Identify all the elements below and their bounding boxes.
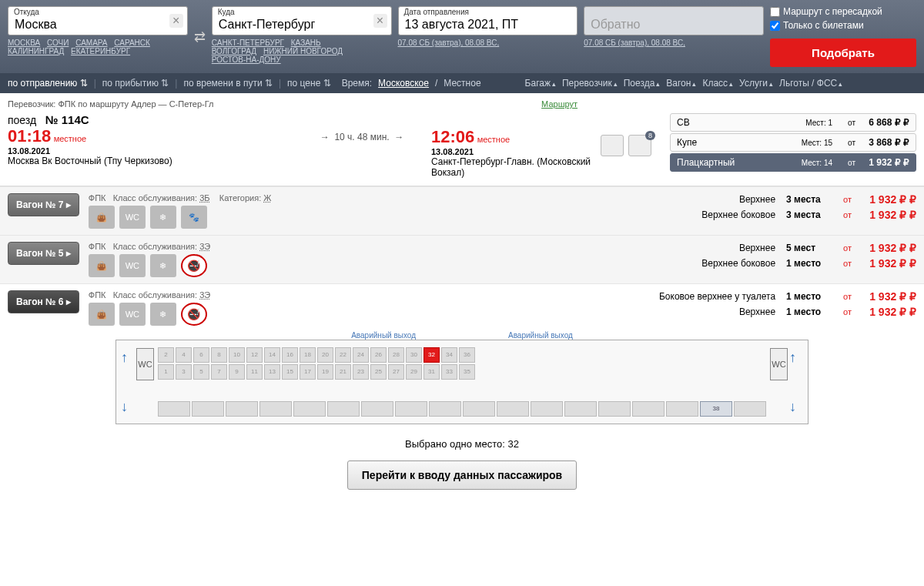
seat[interactable]: 4 [176,347,192,363]
seat[interactable] [259,401,292,417]
class-kupe[interactable]: Купе Мест: 15 от 3 868 ₽ [670,133,916,152]
seat[interactable] [361,401,393,417]
seat[interactable] [497,401,529,417]
search-button[interactable]: Подобрать [770,39,916,67]
seat[interactable]: 23 [353,364,369,380]
seat[interactable] [598,401,631,417]
bag-icon: 👜 [89,206,115,229]
seat[interactable]: 9 [229,364,245,380]
clear-to-icon[interactable]: × [373,14,387,28]
wagon-select-button[interactable]: Вагон № 7 ▸ [8,193,79,216]
seat[interactable]: 27 [388,364,404,380]
seat[interactable]: 22 [335,347,351,363]
arrival-date: 13.08.2021 [431,147,593,156]
seat[interactable]: 34 [441,347,457,363]
seat[interactable]: 2 [158,347,174,363]
seat[interactable] [734,401,766,417]
class-platzkart[interactable]: Плацкартный Мест: 14 от 1 932 ₽ [670,153,916,172]
seat[interactable]: 13 [264,364,280,380]
sort-price[interactable]: по цене ⇅ [287,78,331,89]
sort-duration[interactable]: по времени в пути ⇅ [183,78,273,89]
sort-departure[interactable]: по отправлению ⇅ [8,78,88,89]
seat[interactable]: 26 [370,347,387,363]
to-label: Куда [218,8,235,16]
filter-benefits[interactable]: Льготы / ФСС [779,78,842,89]
baggage-icon [601,135,624,156]
seat[interactable] [395,401,427,417]
seat[interactable]: 35 [459,364,475,380]
seat[interactable]: 17 [300,364,316,380]
seat[interactable] [666,401,698,417]
time-moscow[interactable]: Московское [378,78,429,89]
wagon-select-button[interactable]: Вагон № 6 ▸ [8,290,79,313]
seat[interactable]: 8 [211,347,227,363]
seat[interactable]: 1 [158,364,174,380]
seat[interactable] [463,401,495,417]
swap-icon[interactable]: ⇄ [194,28,206,45]
seat[interactable]: 14 [264,347,280,363]
seat[interactable] [564,401,597,417]
proceed-button[interactable]: Перейти к вводу данных пассажиров [347,460,577,490]
seat[interactable]: 25 [370,364,387,380]
filter-trains[interactable]: Поезда [624,78,661,89]
seat[interactable]: 16 [282,347,298,363]
seat[interactable] [327,401,360,417]
date-suggestions[interactable]: 07.08 СБ (завтра), 08.08 ВС, [398,39,578,47]
time-local[interactable]: Местное [444,78,480,89]
sort-arrival[interactable]: по прибытию ⇅ [102,78,169,89]
seat[interactable] [531,401,563,417]
seat[interactable]: 15 [282,364,298,380]
arrow-up-icon: ↑ [121,350,135,365]
filter-class[interactable]: Класс [702,78,733,89]
wagon-block: Вагон № 7 ▸ ФПК Класс обслуживания: 3Б К… [0,186,924,235]
seat[interactable] [429,401,461,417]
seat[interactable] [226,401,258,417]
seat[interactable]: 5 [193,364,209,380]
seat[interactable] [293,401,326,417]
seat[interactable]: 10 [229,347,245,363]
seat[interactable]: 7 [211,364,227,380]
seat[interactable]: 33 [441,364,457,380]
seat[interactable]: 19 [317,364,333,380]
seat[interactable]: 6 [193,347,209,363]
filter-services[interactable]: Услуги [739,78,773,89]
seat[interactable]: 30 [406,347,422,363]
class-sv[interactable]: СВ Мест: 1 от 6 868 ₽ [670,113,916,132]
seat[interactable]: 31 [424,364,440,380]
WC-icon: WC [119,254,146,277]
return-suggestions[interactable]: 07.08 СБ (завтра), 08.08 ВС, [584,39,764,47]
seat[interactable]: 12 [246,347,263,363]
carrier-route: Перевозчик: ФПК по маршруту Адлер — С-Пе… [8,99,214,109]
clear-from-icon[interactable]: × [169,14,183,28]
wagon-select-button[interactable]: Вагон № 5 ▸ [8,242,79,265]
no-smoking-icon: 🚭 [181,303,207,326]
return-input[interactable] [584,6,764,35]
filter-carrier[interactable]: Перевозчик [562,78,618,89]
filter-baggage[interactable]: Багаж [525,78,556,89]
seat[interactable]: 11 [246,364,263,380]
seat[interactable]: 29 [406,364,422,380]
arrival-station: Санкт-Петербург-Главн. (Московский Вокза… [431,156,593,178]
route-link[interactable]: Маршрут [541,99,578,109]
seat[interactable]: 20 [317,347,333,363]
snow-icon: ❄ [150,206,176,229]
seat[interactable]: 24 [353,347,369,363]
seat[interactable]: 38 [700,401,732,417]
seat[interactable] [632,401,665,417]
opt-tickets[interactable]: Только с билетами [770,20,916,31]
seat[interactable]: 21 [335,364,351,380]
train-number: поезд № 114С [8,113,293,126]
seat[interactable]: 28 [388,347,404,363]
seat[interactable]: 32 [424,347,440,363]
filter-wagon[interactable]: Вагон [666,78,696,89]
seat[interactable] [192,401,224,417]
seat[interactable]: 36 [459,347,475,363]
arrow-down-icon: ↓ [121,399,135,414]
seat[interactable]: 18 [300,347,316,363]
seat[interactable] [158,401,190,417]
to-input[interactable] [212,6,392,35]
seat[interactable]: 3 [176,364,192,380]
opt-transfer[interactable]: Маршрут с пересадкой [770,6,916,17]
availability-row: Верхнее1 местоот1 932 ₽ [637,306,916,318]
WC-icon: WC [119,206,146,229]
